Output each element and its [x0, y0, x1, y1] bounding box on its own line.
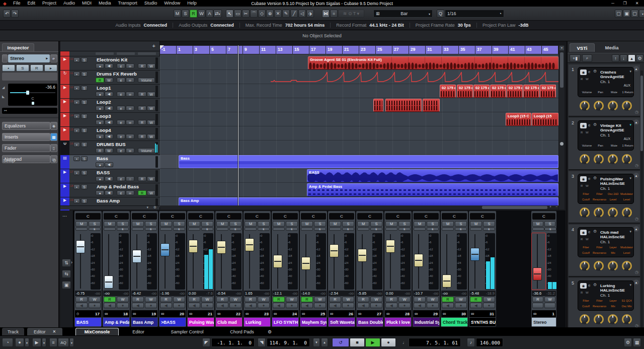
channel-config-button[interactable]: ∞: [126, 134, 134, 139]
read-automation-button[interactable]: R: [329, 297, 341, 302]
channel-mute-button[interactable]: M: [470, 221, 482, 227]
clip-02-175-d[interactable]: 02 175 d: [490, 85, 506, 98]
menu-media[interactable]: Media: [95, 0, 115, 7]
edit-channel-button[interactable]: e: [117, 148, 125, 153]
track-solo-button[interactable]: S: [81, 86, 88, 91]
volume-slider-handle[interactable]: [26, 91, 29, 95]
read-automation-button[interactable]: R: [138, 106, 146, 111]
clip-02-175-d[interactable]: 02 175 d: [457, 85, 473, 98]
read-automation-button[interactable]: R: [138, 134, 146, 139]
automation-parameter-button[interactable]: Volume: [138, 148, 155, 153]
listen-button[interactable]: [385, 228, 397, 231]
record-enable-button[interactable]: ●: [370, 303, 382, 308]
listen-button[interactable]: [216, 228, 228, 231]
ruler-bar-29[interactable]: 29: [409, 46, 425, 54]
monitor-button[interactable]: ◀: [216, 303, 228, 308]
play-mode-button[interactable]: ▶: [32, 338, 41, 347]
write-automation-button[interactable]: W: [173, 297, 185, 302]
channel-solo-button[interactable]: S: [229, 221, 242, 227]
ruler-bar-5[interactable]: 5: [210, 46, 226, 54]
read-automation-button[interactable]: R: [104, 297, 116, 302]
write-automation-button[interactable]: W: [370, 297, 382, 302]
gear-icon[interactable]: ⚙: [52, 158, 56, 163]
track-row-bass[interactable]: ▶17▪SBASS●◀e○RW: [60, 169, 160, 183]
monitor-button[interactable]: ◀: [105, 134, 113, 139]
channel-mute-button[interactable]: M: [216, 221, 228, 227]
channel-name[interactable]: SYNTHS BUS: [469, 318, 496, 326]
channel-name[interactable]: Mayhem Syntl: [300, 318, 327, 326]
channel-mute-button[interactable]: M: [75, 221, 88, 227]
write-automation-button[interactable]: W: [427, 297, 439, 302]
monitor-button[interactable]: ◀: [75, 303, 88, 308]
inspector-section-equalizers[interactable]: Equalizers: [2, 122, 50, 130]
quick-control-knob[interactable]: [622, 154, 632, 164]
channel-solo-button[interactable]: S: [173, 221, 185, 227]
edit-button[interactable]: E: [117, 228, 129, 231]
output-routing[interactable]: ↦: [2, 108, 57, 114]
channel-solo-button[interactable]: S: [342, 221, 354, 227]
write-automation-button[interactable]: W: [147, 190, 155, 195]
instrument-settings-icon[interactable]: ⚙: [593, 69, 597, 74]
ruler-bar-41[interactable]: 41: [509, 46, 525, 54]
keyboard-icon[interactable]: ▦: [633, 338, 641, 347]
read-button[interactable]: R: [30, 64, 43, 72]
menu-file[interactable]: File: [10, 0, 24, 7]
track-row-loop1[interactable]: ▶12▪SLoop1●◀e∞RW: [60, 85, 160, 99]
listen-button[interactable]: [532, 228, 544, 231]
track-mute-button[interactable]: ▪: [73, 57, 80, 62]
read-automation-button[interactable]: R: [96, 148, 104, 153]
find-instrument-button[interactable]: ⌕: [582, 54, 592, 62]
channel-mute-button[interactable]: M: [104, 221, 116, 227]
edit-button[interactable]: E: [89, 228, 101, 231]
monitor-button[interactable]: ◀: [357, 303, 369, 308]
write-automation-button[interactable]: W: [398, 297, 411, 302]
power-icon[interactable]: ◉: [580, 230, 587, 235]
quick-control-knob[interactable]: [622, 314, 632, 324]
record-enable-button[interactable]: ●: [427, 303, 439, 308]
fader-handle[interactable]: [273, 255, 282, 268]
ruler-bar-17[interactable]: 17: [309, 46, 326, 54]
ruler-bar-15[interactable]: 15: [293, 46, 309, 54]
monitor-button[interactable]: ◀: [245, 303, 257, 308]
ruler-bar-11[interactable]: 11: [260, 46, 276, 54]
edit-channel-button[interactable]: e: [117, 78, 125, 83]
fader-handle[interactable]: [358, 249, 367, 262]
write-automation-button[interactable]: W: [145, 297, 157, 302]
pan-control[interactable]: C: [216, 213, 242, 220]
ruler-bar-33[interactable]: 33: [442, 46, 458, 54]
channel-config-button[interactable]: ∞: [126, 78, 134, 83]
quick-control-knob[interactable]: [608, 101, 618, 111]
track-row-amp-pedal-bass[interactable]: ▶18▪SAmp & Pedal Bass●◀e∞RW: [60, 183, 160, 197]
record-enable-button[interactable]: ●: [201, 303, 213, 308]
channel-select[interactable]: Stereo▸: [8, 54, 50, 62]
listen-button[interactable]: [414, 228, 426, 231]
pan-control[interactable]: C: [160, 213, 185, 220]
quick-control-knob[interactable]: [594, 261, 604, 271]
mixer-channel-mayhem-syntl[interactable]: CMSE06121824304060-14.0-ooRW◀●∞25Mayhem …: [300, 211, 327, 327]
instrument-screen[interactable]: ◉e⚙RWPulsingWavHALinSncSECh. 1▾FilterFil…: [578, 174, 634, 204]
quick-control-knob[interactable]: [608, 314, 618, 324]
channel-solo-button[interactable]: S: [427, 221, 439, 227]
channel-solo-button[interactable]: S: [544, 221, 555, 227]
edit-button[interactable]: E: [286, 228, 298, 231]
fader-icon[interactable]: ▯: [50, 144, 57, 152]
tab-media[interactable]: Media: [597, 43, 627, 52]
scroll-up-icon[interactable]: ▾: [559, 46, 564, 50]
pan-handle[interactable]: [32, 102, 34, 105]
listen-button[interactable]: [329, 228, 341, 231]
menu-transport[interactable]: Transport: [115, 0, 141, 7]
read-automation-button[interactable]: R: [138, 63, 146, 68]
edit-instrument-icon[interactable]: e: [588, 230, 590, 234]
quick-control-knob[interactable]: [594, 314, 604, 324]
arrange-area[interactable]: -113579111315171921232527293133353739414…: [160, 41, 558, 210]
pan-control[interactable]: C: [385, 213, 411, 220]
channel-solo-button[interactable]: S: [455, 221, 467, 227]
channel-name[interactable]: Pluck I love: [385, 318, 411, 326]
zone-gear-icon[interactable]: ⚙: [268, 328, 272, 335]
zone-layout-button-3[interactable]: ▢: [631, 10, 638, 18]
write-automation-button[interactable]: W: [544, 297, 555, 302]
monitor-button[interactable]: ◀: [414, 303, 426, 308]
rack-clock-icon[interactable]: ◷: [635, 110, 638, 114]
mixer-link-button[interactable]: ⇆: [62, 270, 71, 278]
monitor-button[interactable]: ◀: [132, 303, 144, 308]
